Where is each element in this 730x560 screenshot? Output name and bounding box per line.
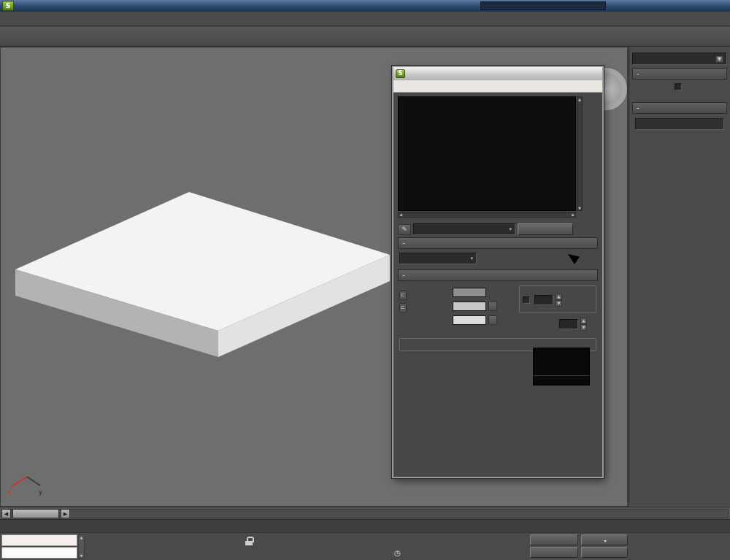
specular-map-button[interactable] [488,315,497,325]
blinn-parameters: ⊏ ⊏ [398,281,598,354]
pick-material-eyedropper-icon[interactable]: ✎ [398,224,411,235]
material-type-button[interactable] [518,223,573,235]
key-mode-dropdown[interactable]: ▾ [581,534,628,545]
specular-highlights-group [399,338,596,351]
self-illumination-field[interactable] [534,295,553,305]
menu-bar [0,12,730,26]
axis-tripod-icon: x y [7,465,45,496]
listener-scrollbar[interactable]: ▲▼ [78,534,85,559]
set-key-button[interactable] [530,547,578,558]
sample-horizontal-scrollbar[interactable]: ◀▶ [398,212,576,218]
3ds-max-application-window: S x y S [0,0,730,560]
sample-vertical-scrollbar[interactable]: ▲▼ [577,96,583,211]
rollout-header[interactable]: - [398,269,598,281]
chevron-down-icon: ▾ [602,538,606,543]
next-frame-arrow-icon[interactable]: ▶ [61,509,70,518]
svg-text:x: x [8,489,12,496]
diffuse-map-button[interactable] [488,302,497,311]
spinner-arrows[interactable]: ▲▼ [580,318,587,331]
name-color-rollout-header[interactable]: - [632,102,727,114]
previous-frame-arrow-icon[interactable]: ◀ [1,509,11,518]
diffuse-specular-lock-icon[interactable]: ⊏ [399,303,407,312]
maxscript-macro-line[interactable] [1,534,77,546]
highlight-curve-preview [533,348,590,386]
object-name-input[interactable] [636,119,730,129]
material-editor-title-bar[interactable]: S [393,67,602,80]
search-input[interactable] [480,1,606,10]
auto-key-button[interactable] [530,534,578,545]
status-bar: ▲▼ ◷ ▾ [0,532,730,560]
object-type-rollout-header[interactable]: - [632,68,727,80]
ambient-color-swatch[interactable] [453,288,486,297]
collapse-icon: - [637,69,639,79]
material-editor-body: ▲▼ ◀▶ ✎ ▾ - ▾ [393,93,602,358]
main-toolbar [0,27,730,47]
chevron-down-icon: ▼ [715,55,723,63]
maxscript-listener-line[interactable] [1,547,77,559]
track-bar[interactable] [0,519,730,532]
app-logo-icon[interactable]: S [2,1,14,11]
shader-type-dropdown[interactable]: ▾ [399,253,477,264]
opacity-field[interactable] [559,319,578,329]
command-panel: ▼ - - [629,47,730,507]
collapse-icon: - [402,238,405,248]
clock-icon: ◷ [394,549,401,557]
self-illumination-group: ▲▼ [519,285,596,313]
primitive-category-dropdown[interactable]: ▼ [632,53,727,65]
autogrid-checkbox[interactable] [675,83,682,91]
specular-color-swatch[interactable] [453,315,486,325]
material-sample-palette [398,96,576,211]
rollout-header[interactable]: - [398,237,598,249]
max-logo-icon: S [396,69,405,78]
collapse-icon: - [402,270,405,280]
object-name-field-wrap [635,118,724,130]
material-editor-window: S ▲▼ ◀▶ ✎ ▾ - [392,66,604,478]
material-name-dropdown[interactable]: ▾ [413,223,515,235]
time-slider-handle[interactable] [12,509,59,518]
svg-text:y: y [39,489,42,496]
title-bar: S [0,0,730,12]
color-checkbox[interactable] [523,296,530,304]
material-editor-menu-bar [393,80,602,93]
ambient-diffuse-lock-icon[interactable]: ⊏ [399,291,407,300]
chevron-down-icon: ▾ [470,256,473,261]
diffuse-color-swatch[interactable] [453,302,486,311]
selection-lock-icon[interactable] [245,537,253,545]
time-slider-groove[interactable] [1,509,729,518]
primitive-buttons [632,94,727,100]
key-filters-button[interactable] [581,547,628,558]
collapse-icon: - [637,103,639,113]
time-slider: ◀ ▶ [0,507,730,519]
spinner-arrows[interactable]: ▲▼ [556,294,562,307]
shader-parameters: ▾ [398,249,598,267]
chevron-down-icon: ▾ [509,226,512,232]
